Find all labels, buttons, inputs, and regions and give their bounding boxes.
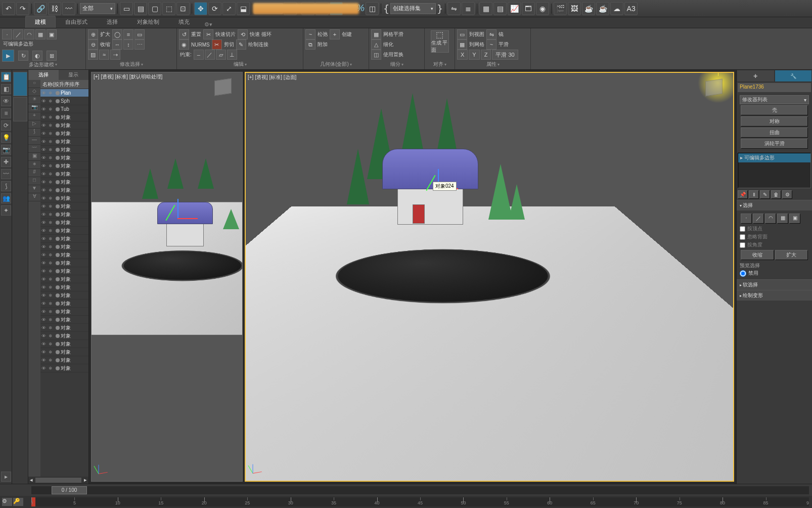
filter-helper-icon[interactable]: + [28, 112, 40, 120]
explorer-hscroll[interactable]: ◂▸ [28, 477, 88, 484]
rollout-paintdef[interactable]: 绘制变形 [737, 290, 812, 301]
hierarchy-icon[interactable]: ≡ [1, 108, 11, 118]
explorer-row[interactable]: 👁❄对象 [40, 178, 88, 186]
freeze-icon[interactable]: ❄ [49, 285, 55, 290]
tab-object-paint[interactable]: 对象绘制 [127, 16, 169, 28]
pin-stack-button[interactable]: 📌 [738, 190, 748, 199]
trackbar-keymode-button[interactable]: 🔑 [13, 498, 23, 506]
explorer-row[interactable]: 👁❄对象 [40, 146, 88, 154]
visibility-icon[interactable]: 👁 [41, 139, 48, 144]
paint-select-button[interactable]: ⊡ [176, 2, 190, 15]
select-place-button[interactable]: ⬓ [237, 2, 250, 15]
viewcube-left[interactable] [208, 76, 238, 102]
select-object-button[interactable]: ▭ [120, 2, 133, 15]
paintconnect-button[interactable]: ✎ [236, 39, 246, 50]
visibility-icon[interactable]: 👁 [41, 147, 48, 152]
freeze-icon[interactable]: ❄ [49, 309, 55, 314]
layer-toggle[interactable]: ◧ [1, 84, 11, 94]
panel-title-polymodel[interactable]: 多边形建模 [2, 61, 83, 68]
visibility-icon[interactable]: 👁 [41, 309, 48, 314]
unlink-button[interactable]: ⛓ [48, 2, 61, 15]
vertex-subobj-button[interactable]: · [2, 29, 12, 39]
grow-sel-button[interactable]: 扩大 [775, 250, 808, 260]
filter-warp-icon[interactable]: 〰 [28, 145, 40, 153]
planar-y-button[interactable]: Y [469, 50, 479, 60]
tab-modeling[interactable]: 建模 [25, 16, 56, 28]
tab-selection[interactable]: 选择 [97, 16, 127, 28]
explorer-row[interactable]: 👁❄对象 [40, 267, 88, 275]
explorer-row[interactable]: 👁❄对象 [40, 186, 88, 194]
so-poly-button[interactable]: ▦ [777, 214, 788, 224]
explorer-row[interactable]: 👁❄对象 [40, 283, 88, 291]
tab-freeform[interactable]: 自由形式 [56, 16, 97, 28]
fill-select-button[interactable]: ▨ [88, 50, 98, 60]
crowd-icon[interactable]: 👥 [1, 193, 11, 203]
filter-box-icon[interactable]: □ [28, 177, 40, 185]
visibility-icon[interactable]: 👁 [41, 285, 48, 290]
explorer-row[interactable]: 👁❄对象 [40, 202, 88, 210]
loop-button[interactable]: ◯ [112, 29, 122, 39]
visibility-icon[interactable]: 👁 [41, 155, 48, 160]
constrain-none-button[interactable]: – [194, 50, 204, 60]
filter-funnel-icon[interactable]: ▼ [28, 185, 40, 193]
by-vertex-check[interactable] [740, 226, 745, 232]
remove-mod-button[interactable]: 🗑 [771, 190, 781, 199]
freeze-icon[interactable]: ❄ [49, 139, 55, 144]
visibility-icon[interactable]: 👁 [41, 180, 48, 185]
explorer-row[interactable]: 👁❄对象 [40, 356, 88, 364]
render-button[interactable]: ☕ [582, 2, 595, 15]
select-scale-button[interactable]: ⤢ [222, 2, 236, 15]
bone-icon[interactable]: ⟆ [1, 181, 11, 191]
rect-region-button[interactable]: ▢ [148, 2, 161, 15]
freeze-icon[interactable]: ❄ [49, 91, 55, 96]
freeze-icon[interactable]: ❄ [49, 123, 55, 128]
freeze-icon[interactable]: ❄ [49, 252, 55, 258]
visibility-icon[interactable]: 👁 [41, 244, 48, 249]
viewport-left[interactable]: [+] [透视] [标准] [默认明暗处理] [91, 72, 243, 482]
freeze-icon[interactable]: ❄ [49, 188, 55, 193]
filter-light-icon[interactable]: ☀ [28, 96, 40, 104]
filter-arrow-icon[interactable]: ▷ [28, 120, 40, 129]
create-geo-button[interactable]: + [330, 29, 340, 39]
visibility-icon[interactable]: 👁 [41, 131, 48, 136]
schematic-view-button[interactable]: 🗔 [522, 2, 535, 15]
so-edge-button[interactable]: ／ [753, 214, 764, 224]
explorer-header[interactable]: 名称(按升序排序 [40, 80, 88, 89]
mirror-button[interactable]: ⇋ [447, 2, 461, 15]
visibility-icon[interactable]: 👁 [41, 252, 48, 258]
planar-x-button[interactable]: X [457, 50, 468, 60]
filter-group-icon[interactable]: ▣ [28, 153, 40, 161]
visibility-icon[interactable]: 👁 [41, 358, 48, 363]
freeze-icon[interactable]: ❄ [49, 350, 55, 355]
panel-title-modsel[interactable]: 修改选择 [88, 60, 174, 68]
preview-toggle-button[interactable]: ▶ [2, 50, 14, 62]
polygon-subobj-button[interactable]: ▦ [35, 29, 46, 39]
viewport-left-label[interactable]: [+] [透视] [标准] [默认明暗处理] [94, 73, 162, 80]
explorer-row[interactable]: 👁❄对象 [40, 154, 88, 162]
visibility-icon[interactable]: 👁 [41, 99, 48, 104]
select-rotate-button[interactable]: ⟳ [208, 2, 221, 15]
freeze-icon[interactable]: ❄ [49, 301, 55, 306]
preview-off-radio[interactable] [740, 270, 746, 277]
explorer-row[interactable]: 👁❄对象 [40, 324, 88, 332]
filter-all-icon[interactable]: ∀ [28, 193, 40, 201]
tess-button[interactable]: △ [371, 39, 381, 50]
similar-button[interactable]: ≈ [99, 50, 109, 60]
ribbon-options-icon[interactable]: ⚙▾ [204, 21, 212, 28]
planar-z-button[interactable]: Z [481, 50, 491, 60]
mirror-axis-button[interactable]: ⇋ [486, 29, 497, 39]
freeze-icon[interactable]: ❄ [49, 220, 55, 225]
visibility-icon[interactable]: 👁 [41, 115, 48, 120]
border-subobj-button[interactable]: ◠ [24, 29, 34, 39]
show-end-button[interactable]: Ⅱ [749, 190, 759, 199]
visibility-icon[interactable]: 👁 [41, 172, 48, 177]
configure-mod-button[interactable]: ⚙ [782, 190, 792, 199]
freeze-icon[interactable]: ❄ [49, 277, 55, 282]
explorer-row[interactable]: 👁❄对象 [40, 210, 88, 219]
time-slider[interactable]: 0 / 100 [31, 486, 809, 494]
modifier-stack[interactable]: ▸ 可编辑多边形 [738, 153, 811, 188]
explorer-row[interactable]: 👁❄对象 [40, 308, 88, 316]
freeze-icon[interactable]: ❄ [49, 342, 55, 347]
freeze-icon[interactable]: ❄ [49, 317, 55, 322]
attach-button[interactable]: ⧉ [305, 39, 315, 50]
